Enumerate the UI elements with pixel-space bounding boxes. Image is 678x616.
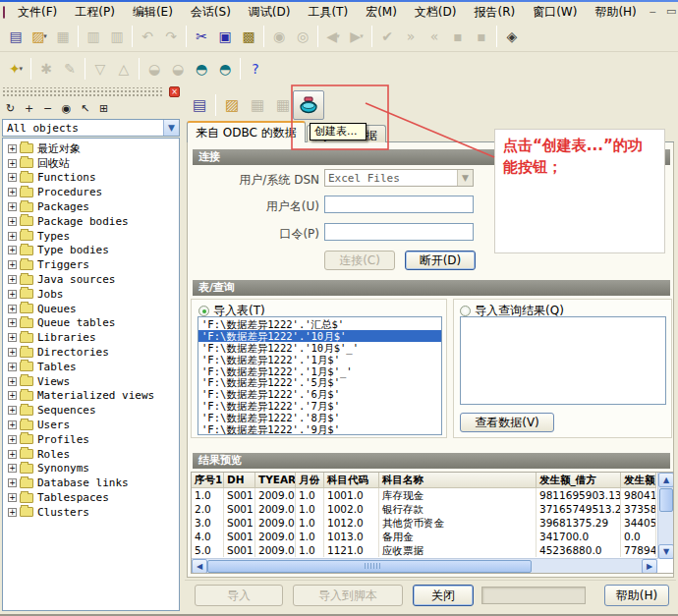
- vertical-scroll-thumb[interactable]: [659, 488, 673, 512]
- expand-plus-icon[interactable]: +: [8, 188, 17, 196]
- password-field[interactable]: [324, 223, 474, 241]
- expand-plus-icon[interactable]: +: [8, 217, 17, 226]
- new-import-icon[interactable]: ▤: [187, 92, 212, 118]
- tree-item[interactable]: +Sequences: [6, 403, 179, 418]
- paste-icon[interactable]: ▩: [237, 25, 260, 48]
- tree-item[interactable]: +Materialized views: [6, 389, 179, 404]
- tree-item[interactable]: +Jobs: [6, 287, 179, 302]
- table-list-item[interactable]: 'F:\数据差异1222'.'1月$'_': [198, 365, 441, 377]
- open-import-icon[interactable]: ▨: [219, 92, 245, 118]
- menu-item-5[interactable]: 工具(T): [299, 2, 357, 23]
- new-file-icon[interactable]: ▤: [4, 25, 28, 48]
- menu-item-2[interactable]: 编辑(E): [124, 2, 182, 23]
- expand-plus-icon[interactable]: +: [8, 508, 17, 517]
- vertical-scrollbar[interactable]: ▲ ▼: [657, 473, 673, 559]
- scroll-down-icon[interactable]: ▼: [658, 544, 674, 559]
- column-header[interactable]: 科目代码: [324, 473, 379, 488]
- tree-item[interactable]: +Queue tables: [6, 316, 179, 331]
- menu-item-10[interactable]: 帮助(H): [586, 2, 645, 23]
- dropdown-arrow-icon[interactable]: ▾: [336, 32, 340, 40]
- table-list-item[interactable]: 'F:\数据差异1222'.'7月$': [198, 400, 441, 412]
- dropdown-arrow-icon[interactable]: ▾: [360, 32, 364, 40]
- tree-item[interactable]: +Package bodies: [6, 214, 179, 229]
- select-arrow-icon[interactable]: ↖: [77, 100, 93, 116]
- table-list-item[interactable]: 'F:\数据差异1222'.'汇总$': [198, 318, 441, 330]
- tree-item[interactable]: +Tables: [6, 360, 179, 374]
- query-text-area[interactable]: [460, 316, 666, 405]
- help-button[interactable]: 帮助(H): [604, 585, 669, 606]
- menu-item-0[interactable]: 文件(F): [9, 2, 66, 23]
- column-header[interactable]: 发生额: [621, 473, 656, 488]
- tree-item[interactable]: +Queues: [6, 302, 179, 316]
- object-filter-combo[interactable]: All objects ▼: [2, 119, 180, 137]
- expand-plus-icon[interactable]: +: [8, 391, 17, 400]
- panel-close-button[interactable]: ×: [169, 86, 180, 97]
- tree-item[interactable]: +Database links: [6, 476, 179, 490]
- panel-drag-grip[interactable]: [2, 87, 164, 97]
- disconnect-button[interactable]: 断开(D): [405, 251, 476, 270]
- tree-item[interactable]: +最近对象: [6, 141, 179, 156]
- menu-item-8[interactable]: 报告(R): [465, 2, 524, 23]
- expand-plus-icon[interactable]: +: [8, 202, 17, 211]
- tree-item[interactable]: +Procedures: [6, 185, 179, 199]
- dropdown-arrow-icon[interactable]: ▾: [20, 65, 24, 73]
- expand-plus-icon[interactable]: +: [8, 348, 17, 357]
- menu-item-9[interactable]: 窗口(W): [524, 2, 586, 23]
- expand-plus-icon[interactable]: +: [8, 464, 17, 473]
- column-header[interactable]: DH: [224, 473, 255, 488]
- find-database-objects-icon[interactable]: ◓: [190, 57, 213, 81]
- tree-item[interactable]: +Profiles: [6, 432, 179, 447]
- expand-plus-icon[interactable]: +: [8, 406, 17, 415]
- select-options-icon[interactable]: ⊞: [95, 100, 112, 116]
- menu-item-7[interactable]: 文档(D): [406, 2, 466, 23]
- scroll-right-icon[interactable]: ▶: [642, 559, 657, 574]
- tree-item[interactable]: +Functions: [6, 171, 179, 186]
- table-list-item[interactable]: 'F:\数据差异1222'.'1月$': [198, 354, 441, 365]
- tree-item[interactable]: +Views: [6, 374, 179, 389]
- dropdown-arrow-icon[interactable]: ▾: [43, 32, 47, 40]
- tree-item[interactable]: +Clusters: [6, 505, 179, 520]
- expand-plus-icon[interactable]: +: [8, 260, 17, 269]
- tree-item[interactable]: +Java sources: [6, 272, 179, 287]
- help-icon[interactable]: ?: [244, 57, 267, 81]
- expand-plus-icon[interactable]: +: [8, 478, 17, 487]
- column-header[interactable]: 科目名称: [379, 473, 537, 488]
- tree-item[interactable]: +Synonyms: [6, 462, 179, 476]
- find-object-icon[interactable]: ◉: [58, 100, 75, 116]
- scroll-left-icon[interactable]: ◀: [192, 559, 207, 574]
- tab-from-odbc[interactable]: 来自 ODBC 的数据: [187, 121, 306, 142]
- view-data-button[interactable]: 查看数据(V): [460, 413, 554, 432]
- expand-plus-icon[interactable]: +: [8, 246, 17, 254]
- table-list-item[interactable]: 'F:\数据差异1222'.'10月$': [198, 330, 441, 342]
- expand-plus-icon[interactable]: +: [8, 420, 17, 429]
- menu-item-6[interactable]: 宏(M): [357, 2, 406, 23]
- restore-button[interactable]: ▭: [664, 5, 678, 19]
- connect-key-icon[interactable]: ✦▾: [4, 57, 28, 81]
- username-field[interactable]: [324, 196, 474, 213]
- copy-icon[interactable]: ▣: [213, 25, 237, 48]
- tree-item[interactable]: +Types: [6, 229, 179, 244]
- tree-item[interactable]: +Packages: [6, 199, 179, 214]
- expand-plus-icon[interactable]: +: [8, 144, 17, 153]
- cut-icon[interactable]: ✂: [190, 25, 213, 48]
- chevron-down-icon[interactable]: ▼: [163, 120, 179, 136]
- tree-item[interactable]: +Directories: [6, 345, 179, 360]
- expand-plus-icon[interactable]: +: [8, 493, 17, 502]
- expand-icon[interactable]: +: [21, 100, 37, 116]
- tree-item[interactable]: +Roles: [6, 447, 179, 462]
- close-dialog-button[interactable]: 关闭: [413, 585, 474, 606]
- menu-item-3[interactable]: 会话(S): [182, 2, 240, 23]
- expand-plus-icon[interactable]: +: [8, 435, 17, 444]
- tree-item[interactable]: +Type bodies: [6, 244, 179, 258]
- open-file-icon[interactable]: ▨▾: [28, 25, 51, 48]
- tree-item[interactable]: +Tablespaces: [6, 490, 179, 505]
- column-header[interactable]: 序号1: [192, 473, 224, 488]
- expand-plus-icon[interactable]: +: [8, 275, 17, 284]
- expand-plus-icon[interactable]: +: [8, 290, 17, 299]
- table-list-item[interactable]: 'F:\数据差异1222'.'5月$': [198, 376, 441, 388]
- expand-plus-icon[interactable]: +: [8, 232, 17, 241]
- minimize-button[interactable]: ‒: [646, 5, 660, 19]
- refresh-icon[interactable]: ↻: [2, 100, 19, 116]
- expand-plus-icon[interactable]: +: [8, 159, 17, 168]
- expand-plus-icon[interactable]: +: [8, 305, 17, 313]
